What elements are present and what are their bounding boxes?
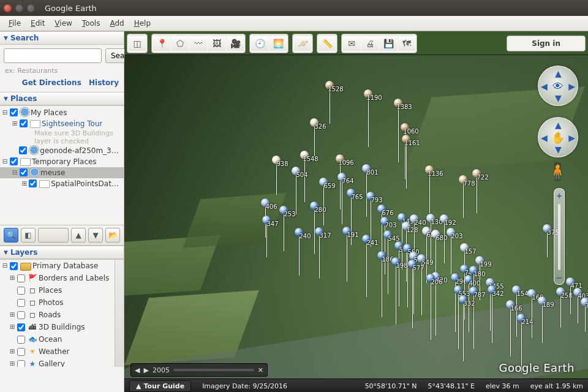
play-icon[interactable]: ▶ <box>143 366 148 374</box>
layer-checkbox[interactable] <box>10 262 18 270</box>
pan-left-icon[interactable]: ◀ <box>541 133 548 143</box>
window-close-button[interactable] <box>4 4 12 12</box>
layer-checkbox[interactable] <box>17 274 25 282</box>
window-maximize-button[interactable] <box>27 4 35 12</box>
menu-view[interactable]: View <box>51 18 75 29</box>
zoom-slider[interactable]: ＋ − <box>554 188 565 285</box>
layer-weather[interactable]: Weather <box>39 346 70 357</box>
menu-help[interactable]: Help <box>130 18 154 29</box>
layer-checkbox[interactable] <box>17 287 25 295</box>
tree-item-tour[interactable]: Sightseeing Tour <box>42 119 102 129</box>
window-minimize-button[interactable] <box>15 4 23 12</box>
search-history-link[interactable]: History <box>89 78 119 87</box>
layer-borders[interactable]: Borders and Labels <box>39 273 109 284</box>
ruler-button[interactable]: 📏 <box>318 36 336 51</box>
expand-icon[interactable]: ⊟ <box>1 157 9 167</box>
expand-icon[interactable]: ⊟ <box>11 168 18 178</box>
add-image-overlay-button[interactable]: 🖼 <box>208 36 225 51</box>
hand-icon[interactable]: ✋ <box>551 131 565 144</box>
layer-roads[interactable]: Roads <box>39 309 61 320</box>
pan-right-icon[interactable]: ▶ <box>568 133 575 143</box>
zoom-out-button[interactable]: − <box>556 273 563 282</box>
save-image-button[interactable]: 💾 <box>380 36 397 51</box>
expand-icon[interactable]: ⊞ <box>11 119 18 129</box>
email-button[interactable]: ✉ <box>343 36 360 51</box>
layers-panel-header[interactable]: ▼Layers <box>0 246 124 259</box>
view-in-maps-button[interactable]: 🗺 <box>398 36 415 51</box>
layer-photos[interactable]: Photos <box>39 297 63 308</box>
layer-checkbox[interactable] <box>17 360 25 367</box>
toggle-sidebar-button[interactable]: ◫ <box>129 36 146 51</box>
layer-ocean[interactable]: Ocean <box>39 334 62 345</box>
expand-icon[interactable]: ⊞ <box>9 358 16 367</box>
places-checkbox[interactable] <box>10 108 18 116</box>
compass-control[interactable]: ▲ ▼ ◀ ▶ 👁 <box>538 66 578 106</box>
look-down-icon[interactable]: ▼ <box>555 93 562 103</box>
layer-gallery[interactable]: Gallery <box>39 358 65 367</box>
record-tour-button[interactable]: 🎥 <box>227 36 244 51</box>
layer-checkbox[interactable] <box>17 323 25 331</box>
layer-checkbox[interactable] <box>17 299 25 307</box>
menu-file[interactable]: File <box>5 18 24 29</box>
pan-up-icon[interactable]: ▲ <box>555 120 562 130</box>
add-placemark-button[interactable]: 📍 <box>153 36 170 51</box>
expand-icon[interactable]: ⊞ <box>9 273 16 284</box>
add-path-button[interactable]: 〰 <box>190 36 207 51</box>
places-tree[interactable]: ⊟ My Places ⊞ Sightseeing Tour Make sure… <box>0 105 124 225</box>
opacity-slider[interactable] <box>38 228 69 243</box>
expand-icon[interactable]: ⊟ <box>1 260 9 271</box>
eye-icon[interactable]: 👁 <box>552 80 564 92</box>
menu-add[interactable]: Add <box>106 18 127 29</box>
menu-edit[interactable]: Edit <box>27 18 48 29</box>
places-checkbox[interactable] <box>20 119 28 127</box>
pan-down-icon[interactable]: ▼ <box>555 145 562 154</box>
search-panel-header[interactable]: ▼Search <box>0 31 124 45</box>
back-icon[interactable]: ◀ <box>135 366 140 374</box>
places-search-button[interactable]: 🔍 <box>4 228 18 243</box>
history-slider[interactable]: ◀ ▶ 2005 ✕ <box>130 363 268 377</box>
pegman-icon[interactable]: 🧍 <box>548 162 567 181</box>
expand-icon[interactable]: ⊞ <box>9 322 16 333</box>
zoom-in-button[interactable]: ＋ <box>555 190 564 202</box>
menu-tools[interactable]: Tools <box>78 18 104 29</box>
places-checkbox[interactable] <box>19 146 27 154</box>
layer-primary[interactable]: Primary Database <box>32 260 98 271</box>
layer-checkbox[interactable] <box>17 348 25 356</box>
places-up-button[interactable]: ▲ <box>71 228 86 243</box>
places-down-button[interactable]: ▼ <box>88 228 103 243</box>
expand-icon[interactable]: ⊞ <box>21 179 28 189</box>
terrain[interactable]: 1528119032613831060116115489385041096801… <box>124 55 588 379</box>
map-viewport[interactable]: ◫ 📍 ⬠ 〰 🖼 🎥 🕘 🌅 🪐 📏 ✉ 🖨 💾 🗺 Sign in <box>124 31 588 392</box>
layer-checkbox[interactable] <box>17 311 25 319</box>
look-right-icon[interactable]: ▶ <box>568 81 575 91</box>
tree-item-meuse[interactable]: meuse <box>40 168 65 178</box>
places-panel-header[interactable]: ▼Places <box>0 92 124 105</box>
places-checkbox[interactable] <box>29 179 37 187</box>
look-left-icon[interactable]: ◀ <box>541 81 548 91</box>
layer-buildings[interactable]: 3D Buildings <box>39 322 85 333</box>
historical-imagery-button[interactable]: 🕘 <box>251 36 268 51</box>
search-input[interactable] <box>4 48 102 63</box>
planets-button[interactable]: 🪐 <box>294 36 311 51</box>
expand-icon[interactable]: ⊟ <box>1 108 9 118</box>
get-directions-link[interactable]: Get Directions <box>22 78 81 87</box>
tree-item-my-places[interactable]: My Places <box>31 108 67 118</box>
tour-guide-button[interactable]: ▲Tour Guide <box>129 380 191 392</box>
expand-icon[interactable]: ⊞ <box>9 346 16 357</box>
layer-places[interactable]: Places <box>39 285 62 296</box>
look-up-icon[interactable]: ▲ <box>555 69 562 78</box>
tree-item-geonode[interactable]: geonode-af250m_30c… <box>40 146 123 156</box>
layer-checkbox[interactable] <box>17 336 25 344</box>
move-control[interactable]: ▲ ▼ ◀ ▶ ✋ <box>538 117 578 157</box>
add-polygon-button[interactable]: ⬠ <box>172 36 189 51</box>
places-view-button[interactable]: ◧ <box>21 228 36 243</box>
close-icon[interactable]: ✕ <box>258 366 263 374</box>
places-checkbox[interactable] <box>10 157 18 165</box>
sign-in-button[interactable]: Sign in <box>507 36 586 51</box>
places-checkbox[interactable] <box>20 168 28 176</box>
print-button[interactable]: 🖨 <box>361 36 379 51</box>
sunlight-button[interactable]: 🌅 <box>270 36 287 51</box>
places-open-button[interactable]: 📂 <box>105 228 120 243</box>
layers-tree[interactable]: ⊟ Primary Database ⊞🚩Borders and Labels … <box>0 259 124 367</box>
tree-item-temporary[interactable]: Temporary Places <box>32 157 97 167</box>
